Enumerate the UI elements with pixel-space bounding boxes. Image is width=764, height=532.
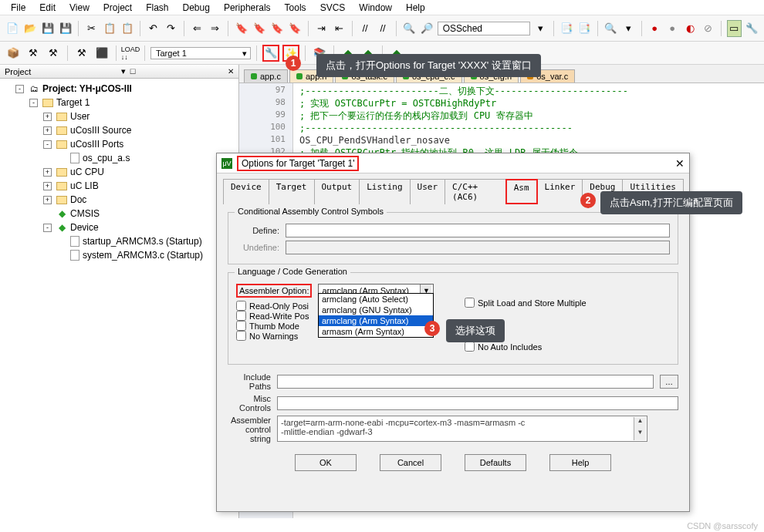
tree-item[interactable]: +uCosIII Source xyxy=(43,123,237,137)
breakpoint-kill-icon[interactable]: ⊘ xyxy=(701,20,715,37)
breakpoint-insert-icon[interactable]: ● xyxy=(647,20,662,37)
find-icon[interactable]: 🔍 xyxy=(402,20,417,37)
tab-output[interactable]: Output xyxy=(314,179,360,204)
tree-item[interactable]: startup_ARMCM3.s (Startup) xyxy=(57,234,237,248)
target-select[interactable]: Target 1 xyxy=(150,47,251,59)
menu-debug[interactable]: Debug xyxy=(177,1,216,15)
misc-controls-input[interactable] xyxy=(277,396,678,410)
menu-tools[interactable]: Tools xyxy=(279,1,313,15)
rebuild-icon[interactable]: ⚒ xyxy=(45,45,62,62)
redo-icon[interactable]: ↷ xyxy=(164,20,178,37)
tab-device[interactable]: Device xyxy=(223,179,269,204)
tree-expander[interactable]: + xyxy=(43,168,52,177)
tree-item[interactable]: system_ARMCM3.c (Startup) xyxy=(57,248,237,262)
menu-svcs[interactable]: SVCS xyxy=(314,1,352,15)
dropdown-option[interactable]: armclang (GNU Syntax) xyxy=(319,305,433,315)
tab-linker[interactable]: Linker xyxy=(537,179,583,204)
tab-cpp[interactable]: C/C++ (AC6) xyxy=(445,179,506,204)
dropdown-option[interactable]: armclang (Auto Select) xyxy=(319,294,433,305)
tree-expander[interactable]: - xyxy=(43,224,52,232)
menu-help[interactable]: Help xyxy=(400,1,431,15)
editor-tab[interactable]: app.c xyxy=(244,69,288,82)
open-file-icon[interactable]: 📂 xyxy=(22,20,37,37)
chk-thumb[interactable] xyxy=(236,321,246,331)
tab-user[interactable]: User xyxy=(410,179,446,204)
goto-icon[interactable]: 📑 xyxy=(559,20,574,37)
chk-noauto[interactable] xyxy=(465,342,475,352)
build-icon[interactable]: ⚒ xyxy=(25,45,42,62)
bookmark-next-icon[interactable]: 🔖 xyxy=(269,20,284,37)
menu-edit[interactable]: Edit xyxy=(33,1,62,15)
uncomment-icon[interactable]: // xyxy=(376,20,390,37)
define-input[interactable] xyxy=(286,224,670,237)
pane-close-icon[interactable]: ✕ xyxy=(228,67,234,76)
tree-expander[interactable]: + xyxy=(43,113,52,121)
assembler-dropdown[interactable]: armclang (Auto Select) armclang (GNU Syn… xyxy=(318,293,434,338)
download-icon[interactable]: LOAD↓↓ xyxy=(122,45,139,62)
batch-icon[interactable]: ⚒ xyxy=(73,45,90,62)
help-button[interactable]: Help xyxy=(549,454,611,471)
tab-listing[interactable]: Listing xyxy=(359,179,410,204)
tree-item[interactable]: -◆Device xyxy=(43,221,237,234)
menu-file[interactable]: File xyxy=(5,1,32,15)
scroll-up-icon[interactable]: ▲ xyxy=(634,417,646,429)
menu-project[interactable]: Project xyxy=(97,1,138,15)
tree-expander[interactable]: + xyxy=(43,196,52,204)
dropdown-option-selected[interactable]: armclang (Arm Syntax) xyxy=(319,315,433,326)
scroll-down-icon[interactable]: ▼ xyxy=(634,429,646,440)
function-combo[interactable]: OSSched xyxy=(438,22,530,35)
cut-icon[interactable]: ✂ xyxy=(84,20,99,37)
defaults-button[interactable]: Defaults xyxy=(465,454,526,471)
tree-item[interactable]: -uCosIII Ports xyxy=(43,137,237,151)
tree-item[interactable]: +uC CPU xyxy=(43,165,237,179)
tree-item[interactable]: +uC LIB xyxy=(43,179,237,193)
window-icon[interactable]: ▭ xyxy=(727,20,742,37)
save-all-icon[interactable]: 💾 xyxy=(58,20,73,37)
nav-back-icon[interactable]: ⇐ xyxy=(190,20,205,37)
indent-icon[interactable]: ⇥ xyxy=(313,20,328,37)
bookmark-prev-icon[interactable]: 🔖 xyxy=(252,20,266,37)
save-icon[interactable]: 💾 xyxy=(40,20,55,37)
goto-icon2[interactable]: 📑 xyxy=(577,20,592,37)
chk-nowarn[interactable] xyxy=(236,331,246,341)
tree-expander[interactable]: + xyxy=(43,126,52,135)
pane-dropdown-icon[interactable]: ▾ □ xyxy=(121,66,138,76)
nav-fwd-icon[interactable]: ⇒ xyxy=(208,20,222,37)
debug-icon[interactable]: 🔍 xyxy=(603,20,618,37)
config-icon[interactable]: 🔧 xyxy=(745,20,759,37)
tab-asm[interactable]: Asm xyxy=(505,179,538,204)
tree-expander[interactable]: - xyxy=(15,85,24,93)
bookmark-icon[interactable]: 🔖 xyxy=(234,20,248,37)
translate-icon[interactable]: 📦 xyxy=(5,45,22,62)
menu-flash[interactable]: Flash xyxy=(140,1,174,15)
undo-icon[interactable]: ↶ xyxy=(146,20,161,37)
incremental-find-icon[interactable]: 🔎 xyxy=(420,20,434,37)
combo-drop-icon[interactable]: ▾ xyxy=(533,20,548,37)
tree-expander[interactable]: - xyxy=(29,99,38,107)
drop-icon[interactable]: ▾ xyxy=(621,20,636,37)
chk-readonly[interactable] xyxy=(236,301,246,311)
dropdown-option[interactable]: armasm (Arm Syntax) xyxy=(319,326,433,337)
breakpoint-toggle-icon[interactable]: ● xyxy=(665,20,680,37)
tree-item[interactable]: ◆CMSIS xyxy=(43,207,237,221)
tree-item[interactable]: +User xyxy=(43,109,237,123)
menu-window[interactable]: Window xyxy=(353,1,398,15)
include-paths-input[interactable] xyxy=(277,375,654,389)
bookmark-clear-icon[interactable]: 🔖 xyxy=(288,20,303,37)
project-tree[interactable]: -🗂Project: YH-μCOS-III -Target 1 +User+u… xyxy=(0,79,238,518)
chk-readwrite[interactable] xyxy=(236,311,246,321)
chk-split[interactable] xyxy=(465,298,475,308)
stop-build-icon[interactable]: ⬛ xyxy=(93,45,110,62)
menu-view[interactable]: View xyxy=(63,1,96,15)
copy-icon[interactable]: 📋 xyxy=(102,20,117,37)
new-file-icon[interactable]: 📄 xyxy=(5,20,19,37)
paste-icon[interactable]: 📋 xyxy=(120,20,134,37)
tree-expander[interactable]: + xyxy=(43,182,52,190)
tree-item[interactable]: +Doc xyxy=(43,193,237,207)
outdent-icon[interactable]: ⇤ xyxy=(332,20,347,37)
tree-item[interactable]: os_cpu_a.s xyxy=(57,151,237,165)
include-browse-button[interactable]: … xyxy=(660,375,678,389)
menu-peripherals[interactable]: Peripherals xyxy=(218,1,277,15)
tree-expander[interactable]: - xyxy=(43,140,52,149)
ok-button[interactable]: OK xyxy=(295,454,357,471)
